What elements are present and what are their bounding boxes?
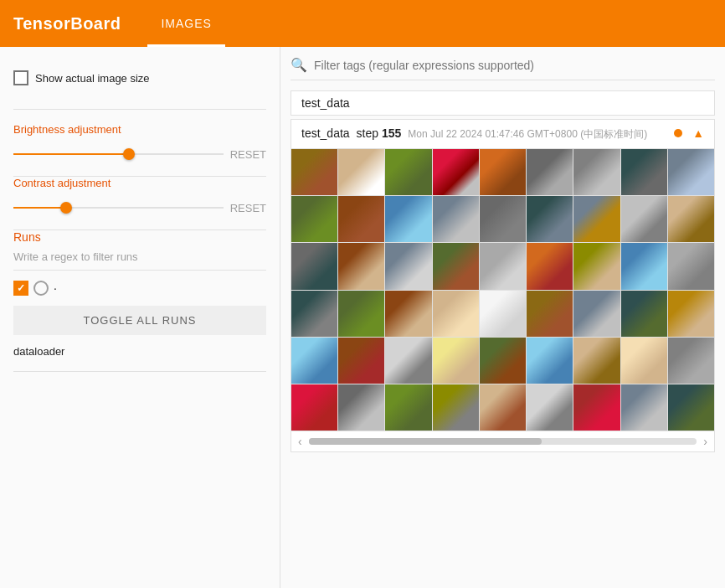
brightness-fill <box>13 153 129 155</box>
image-cell[interactable] <box>480 243 526 289</box>
scroll-track[interactable] <box>309 438 697 445</box>
image-cell[interactable] <box>433 338 479 384</box>
filter-bar: 🔍 <box>291 57 715 80</box>
image-cell[interactable] <box>668 196 714 242</box>
image-cell[interactable] <box>527 338 573 384</box>
app-logo: TensorBoard <box>13 14 121 34</box>
image-cell[interactable] <box>433 243 479 289</box>
image-cell[interactable] <box>527 384 573 431</box>
image-cell[interactable] <box>527 149 573 195</box>
image-cell[interactable] <box>291 196 337 242</box>
image-cell[interactable] <box>338 196 384 242</box>
image-cell[interactable] <box>385 384 431 431</box>
image-cell[interactable] <box>433 196 479 242</box>
image-cell[interactable] <box>291 243 337 289</box>
image-cell[interactable] <box>480 149 526 195</box>
show-actual-size-checkbox[interactable] <box>13 70 28 85</box>
panel-orange-dot <box>674 129 682 137</box>
runs-checkboxes-row: · <box>13 281 266 296</box>
main-layout: Show actual image size Brightness adjust… <box>0 47 725 588</box>
brightness-label: Brightness adjustment <box>13 123 266 136</box>
image-cell[interactable] <box>480 196 526 242</box>
image-cell[interactable] <box>573 384 620 431</box>
panel-header: test_data step 155 Mon Jul 22 2024 01:47… <box>291 120 714 149</box>
scroll-right-arrow[interactable]: › <box>703 435 707 448</box>
brightness-track <box>13 153 224 155</box>
image-cell[interactable] <box>385 149 431 195</box>
image-cell[interactable] <box>433 149 479 195</box>
image-cell[interactable] <box>621 291 667 337</box>
image-cell[interactable] <box>338 384 384 431</box>
run-radio[interactable] <box>33 281 49 296</box>
panel-step-label: step 155 <box>357 126 402 140</box>
runs-section: Runs Write a regex to filter runs · TOGG… <box>13 230 266 372</box>
search-icon: 🔍 <box>291 57 307 73</box>
brightness-section: Brightness adjustment RESET <box>13 123 266 177</box>
show-actual-size-label: Show actual image size <box>35 72 150 85</box>
image-cell[interactable] <box>527 243 573 289</box>
contrast-slider-wrapper <box>13 199 224 216</box>
nav-item-images[interactable]: IMAGES <box>147 0 224 47</box>
image-cell[interactable] <box>338 291 384 337</box>
image-cell[interactable] <box>621 243 667 289</box>
brightness-row: RESET <box>13 146 266 162</box>
brightness-thumb[interactable] <box>123 148 135 160</box>
toggle-all-runs-button[interactable]: TOGGLE ALL RUNS <box>13 306 266 335</box>
image-cell[interactable] <box>338 149 384 195</box>
panel-timestamp: Mon Jul 22 2024 01:47:46 GMT+0800 (中国标准时… <box>408 127 647 142</box>
image-cell[interactable] <box>621 384 667 431</box>
image-cell[interactable] <box>621 196 667 242</box>
contrast-thumb[interactable] <box>60 202 72 214</box>
image-cell[interactable] <box>527 196 573 242</box>
run-dot: · <box>54 281 57 295</box>
image-cell[interactable] <box>621 338 667 384</box>
run-checkbox-checked[interactable] <box>13 281 28 296</box>
contrast-reset-button[interactable]: RESET <box>230 202 266 214</box>
contrast-label: Contrast adjustment <box>13 177 266 189</box>
image-cell[interactable] <box>338 338 384 384</box>
image-cell[interactable] <box>573 291 620 337</box>
image-cell[interactable] <box>621 149 667 195</box>
runs-filter-label: Write a regex to filter runs <box>13 250 266 271</box>
tag-label: test_data <box>291 90 715 116</box>
brightness-reset-button[interactable]: RESET <box>230 148 266 161</box>
filter-tags-input[interactable] <box>314 59 715 72</box>
header: TensorBoard IMAGES <box>0 0 725 47</box>
dataloader-label: dataloader <box>13 345 266 358</box>
image-cell[interactable] <box>527 291 573 337</box>
image-cell[interactable] <box>668 291 714 337</box>
image-cell[interactable] <box>433 384 479 431</box>
image-cell[interactable] <box>433 291 479 337</box>
image-cell[interactable] <box>385 291 431 337</box>
scroll-thumb[interactable] <box>309 438 542 445</box>
brightness-slider-wrapper <box>13 146 224 162</box>
image-cell[interactable] <box>668 384 714 431</box>
image-cell[interactable] <box>480 384 526 431</box>
panel-title: test_data <box>301 126 350 140</box>
panel-step-num: 155 <box>382 126 401 140</box>
image-cell[interactable] <box>480 291 526 337</box>
image-cell[interactable] <box>573 149 620 195</box>
image-cell[interactable] <box>338 243 384 289</box>
scroll-left-arrow[interactable]: ‹ <box>298 435 302 448</box>
image-size-section: Show actual image size <box>13 60 266 110</box>
image-cell[interactable] <box>385 196 431 242</box>
scrollbar-area: ‹ › <box>291 431 714 451</box>
image-cell[interactable] <box>573 243 620 289</box>
image-cell[interactable] <box>291 384 337 431</box>
image-cell[interactable] <box>668 338 714 384</box>
image-cell[interactable] <box>668 149 714 195</box>
image-cell[interactable] <box>291 149 337 195</box>
runs-title: Runs <box>13 230 266 244</box>
image-cell[interactable] <box>385 338 431 384</box>
image-cell[interactable] <box>291 291 337 337</box>
image-cell[interactable] <box>291 338 337 384</box>
image-cell[interactable] <box>385 243 431 289</box>
image-cell[interactable] <box>668 243 714 289</box>
image-panel: test_data step 155 Mon Jul 22 2024 01:47… <box>291 119 715 452</box>
image-cell[interactable] <box>480 338 526 384</box>
contrast-row: RESET <box>13 199 266 216</box>
image-cell[interactable] <box>573 338 620 384</box>
content-area: 🔍 test_data test_data step 155 Mon Jul 2… <box>280 47 725 588</box>
image-cell[interactable] <box>573 196 620 242</box>
